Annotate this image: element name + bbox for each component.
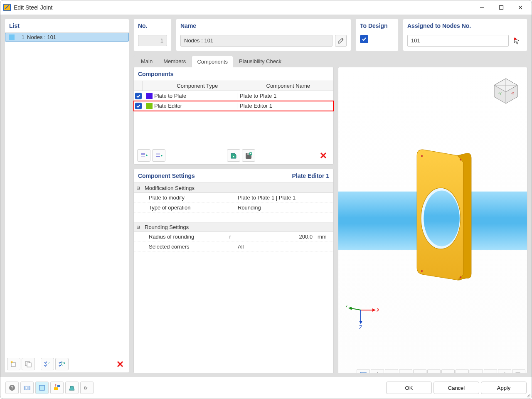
color-swatch-icon — [9, 34, 15, 40]
delete-component-button[interactable] — [317, 149, 330, 162]
move-down-button[interactable] — [152, 149, 165, 162]
component-row[interactable]: Plate to Plate Plate to Plate 1 — [134, 91, 333, 101]
svg-point-73 — [530, 397, 530, 397]
svg-rect-62 — [39, 385, 44, 390]
settings-row[interactable]: Plate to modify Plate to Plate 1 | Plate… — [134, 193, 333, 203]
delete-item-button[interactable] — [113, 358, 127, 370]
col-component-name[interactable]: Component Name — [243, 81, 334, 91]
view-cube[interactable]: -y -x — [488, 71, 524, 106]
tab-components[interactable]: Components — [192, 56, 233, 67]
collapse-icon[interactable]: ⊟ — [135, 185, 142, 191]
resize-grip-icon[interactable] — [527, 394, 531, 398]
zoom-extents-button[interactable] — [357, 369, 370, 373]
col-component-type[interactable]: Component Type — [152, 81, 243, 91]
tab-main[interactable]: Main — [136, 56, 158, 67]
svg-rect-6 — [27, 363, 31, 367]
svg-rect-65 — [57, 385, 60, 387]
component-row[interactable]: Plate Editor Plate Editor 1 — [134, 101, 333, 111]
new-item-button[interactable] — [7, 358, 20, 370]
axis-x-button[interactable]: ↓X — [399, 369, 412, 373]
model-viewport[interactable]: -y -x X Y Z — [338, 67, 527, 373]
formula-button[interactable]: fx — [80, 382, 94, 394]
svg-rect-19 — [338, 192, 417, 250]
svg-marker-66 — [69, 386, 74, 390]
close-button[interactable] — [511, 1, 530, 14]
settings-row[interactable]: Radius of rounding r 200.0 mm — [134, 232, 333, 242]
settings-group[interactable]: ⊟ Rounding Settings — [134, 222, 333, 232]
svg-line-36 — [352, 308, 361, 310]
svg-text:Y: Y — [346, 305, 347, 310]
component-settings-panel: Component Settings Plate Editor 1 ⊟ Modi… — [133, 169, 334, 373]
svg-rect-2 — [500, 6, 503, 10]
svg-rect-3 — [11, 362, 15, 367]
refresh-check-button[interactable] — [55, 358, 69, 370]
settings-row[interactable]: Type of operation Rounding — [134, 203, 333, 213]
cancel-button[interactable]: Cancel — [433, 382, 479, 394]
settings-title: Component Settings — [138, 172, 195, 179]
color-swatch-icon — [146, 93, 153, 99]
svg-text:0,00: 0,00 — [25, 387, 30, 389]
svg-point-64 — [55, 384, 57, 386]
shade-toggle-button[interactable] — [456, 369, 469, 373]
clear-view-button[interactable] — [498, 369, 511, 373]
to-design-checkbox[interactable] — [360, 35, 368, 43]
svg-marker-43 — [374, 372, 380, 373]
svg-rect-12 — [156, 156, 160, 157]
perspective-button[interactable] — [65, 382, 79, 394]
move-up-button[interactable] — [137, 149, 150, 162]
color-button[interactable] — [35, 382, 49, 394]
svg-text:fx: fx — [84, 385, 88, 390]
import-component-button[interactable] — [227, 149, 240, 162]
list-panel: List 1 Nodes : 101 — [5, 19, 129, 373]
axis-z-button[interactable]: ↓Z — [427, 369, 441, 373]
wireframe-button[interactable] — [470, 369, 483, 373]
svg-point-70 — [530, 395, 530, 396]
svg-point-68 — [530, 394, 530, 395]
maximize-button[interactable] — [492, 1, 511, 14]
list-panel-title: List — [5, 19, 129, 32]
svg-point-72 — [528, 397, 529, 397]
collapse-icon[interactable]: ⊟ — [135, 224, 142, 230]
isometric-button[interactable] — [441, 369, 455, 373]
app-icon — [3, 3, 11, 12]
pick-node-button[interactable] — [511, 35, 523, 47]
no-field[interactable]: 1 — [138, 35, 167, 46]
to-design-label: To Design — [356, 19, 398, 32]
units-button[interactable]: 0,00 — [20, 382, 34, 394]
svg-rect-8 — [141, 153, 145, 155]
visibility-button[interactable] — [385, 369, 398, 373]
assigned-label: Assigned to Nodes No. — [403, 19, 527, 32]
svg-point-25 — [421, 270, 423, 272]
axis-y-button[interactable]: -Y — [413, 369, 426, 373]
edit-name-button[interactable] — [335, 35, 347, 47]
ok-button[interactable]: OK — [386, 382, 432, 394]
svg-marker-40 — [359, 321, 362, 324]
row-checkbox[interactable] — [135, 93, 142, 99]
svg-point-24 — [460, 159, 461, 160]
settings-subtitle: Plate Editor 1 — [292, 172, 329, 179]
print-button[interactable] — [484, 369, 497, 373]
tab-plausibility[interactable]: Plausibility Check — [234, 56, 286, 67]
navigate-button[interactable] — [371, 369, 384, 373]
window-title: Edit Steel Joint — [14, 4, 52, 11]
settings-row[interactable]: Selected corners All — [134, 242, 333, 252]
detach-view-button[interactable] — [512, 369, 525, 373]
tab-members[interactable]: Members — [158, 56, 191, 67]
list-item[interactable]: 1 Nodes : 101 — [5, 33, 129, 42]
name-field[interactable]: Nodes : 101 — [180, 35, 332, 47]
row-checkbox[interactable] — [135, 103, 142, 109]
minimize-button[interactable] — [473, 1, 492, 14]
svg-point-69 — [528, 395, 529, 396]
settings-group[interactable]: ⊟ Modification Settings — [134, 183, 333, 193]
copy-item-button[interactable] — [22, 358, 35, 370]
apply-button[interactable]: Apply — [481, 382, 527, 394]
svg-point-22 — [424, 191, 459, 246]
save-component-button[interactable] — [242, 149, 255, 162]
check-all-button[interactable] — [41, 358, 54, 370]
annotation-button[interactable] — [50, 382, 64, 394]
axis-triad: X Y Z — [346, 300, 379, 329]
color-swatch-icon — [146, 103, 153, 109]
help-button[interactable]: ? — [5, 382, 19, 394]
assigned-nodes-field[interactable]: 101 — [407, 35, 509, 47]
svg-rect-63 — [54, 387, 58, 390]
